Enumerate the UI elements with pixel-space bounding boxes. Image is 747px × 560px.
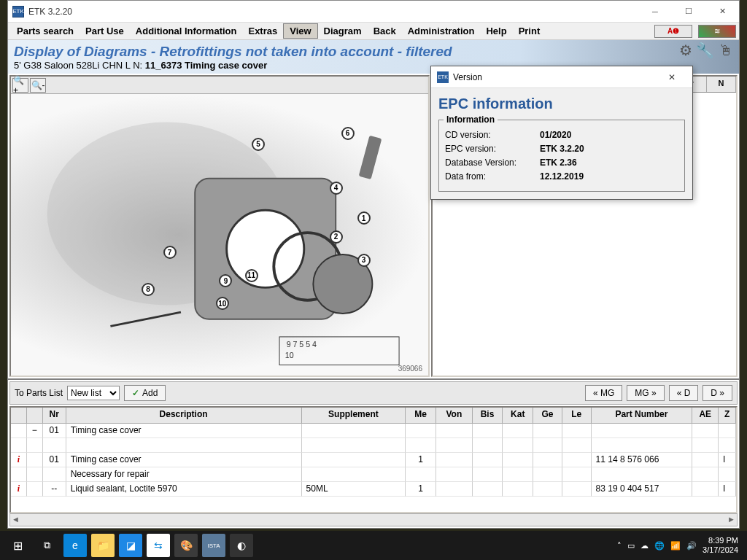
dialog-close-button[interactable]: ✕ [657, 72, 686, 82]
taskbar-app-teamviewer[interactable]: ⇆ [147, 534, 170, 557]
column-header[interactable]: Supplement [302, 408, 406, 424]
menubar: Parts searchPart UseAdditional Informati… [8, 23, 739, 40]
taskbar-app-explorer[interactable]: 📁 [91, 534, 115, 557]
onedrive-icon[interactable]: ☁ [640, 541, 649, 551]
prev-d-button[interactable]: « D [669, 385, 699, 401]
table-row[interactable] [11, 438, 736, 453]
callout-7[interactable]: 7 [163, 246, 177, 259]
menu-diagram[interactable]: Diagram [318, 24, 368, 38]
callout-10[interactable]: 10 [216, 297, 229, 310]
toolbar-button-a[interactable]: A❶ [654, 25, 692, 38]
callout-9[interactable]: 9 [219, 274, 232, 287]
callout-5[interactable]: 5 [252, 138, 265, 151]
zoom-out-button[interactable]: 🔍- [30, 78, 46, 93]
column-header[interactable]: Part Number [592, 408, 693, 424]
system-tray[interactable]: ˄ ▭ ☁ 🌐 📶 🔊 8:39 PM3/17/2024 [617, 536, 744, 555]
clock[interactable]: 8:39 PM3/17/2024 [703, 536, 738, 555]
parts-list-select[interactable]: New list [67, 386, 120, 400]
menu-back[interactable]: Back [368, 24, 402, 38]
close-button[interactable]: ✕ [705, 1, 739, 23]
menu-part-use[interactable]: Part Use [80, 24, 130, 38]
callout-3[interactable]: 3 [357, 254, 371, 267]
info-row: CD version:01/2020 [445, 130, 678, 140]
parts-grid: NrDescriptionSupplementMeVonBisKatGeLePa… [9, 406, 738, 513]
info-icon: i [11, 453, 27, 467]
minimize-button[interactable]: ─ [638, 1, 672, 23]
navigation-bar: To Parts List New list ✓Add « MG MG » « … [9, 381, 738, 405]
column-header[interactable]: Nr [43, 408, 66, 424]
column-header[interactable]: Bis [473, 408, 503, 424]
column-header[interactable]: Me [406, 408, 436, 424]
callout-1[interactable]: 1 [357, 211, 371, 225]
taskbar-app-edge[interactable]: e [63, 534, 87, 557]
wifi-icon[interactable]: 📶 [670, 541, 681, 551]
header-decorations: ⚙ 🔧 🖱 [679, 42, 733, 59]
menu-print[interactable]: Print [513, 24, 546, 38]
add-button[interactable]: ✓Add [124, 385, 166, 401]
table-row[interactable]: Necessary for repair [11, 467, 736, 482]
toolbar-button-flag[interactable]: ≋ [698, 25, 736, 38]
info-row: Database Version:ETK 2.36 [445, 158, 678, 168]
info-row: EPC version:ETK 3.2.20 [445, 144, 678, 154]
column-header[interactable]: Description [66, 408, 302, 424]
menu-view[interactable]: View [283, 23, 317, 39]
dialog-titlebar[interactable]: ETK Version ✕ [431, 66, 692, 88]
callout-8[interactable]: 8 [142, 283, 155, 296]
column-header[interactable]: Kat [503, 408, 533, 424]
titlebar: ETK ETK 3.2.20 ─ ☐ ✕ [8, 1, 739, 23]
column-header[interactable]: Ge [533, 408, 562, 424]
menu-administration[interactable]: Administration [402, 24, 481, 38]
column-header[interactable] [27, 408, 43, 424]
taskbar-app-paint[interactable]: 🎨 [174, 534, 198, 557]
app-icon: ETK [437, 71, 449, 83]
next-d-button[interactable]: D » [703, 385, 732, 401]
callout-6[interactable]: 6 [341, 127, 355, 140]
callout-4[interactable]: 4 [330, 182, 343, 195]
app-icon: ETK [12, 6, 24, 18]
dialog-title: Version [453, 72, 657, 82]
prev-mg-button[interactable]: « MG [585, 385, 622, 401]
taskbar-app-etk[interactable]: ISTA [202, 534, 225, 557]
menu-extras[interactable]: Extras [242, 24, 283, 38]
volume-icon[interactable]: 🔊 [686, 541, 697, 551]
zoom-in-button[interactable]: 🔍+ [12, 78, 28, 93]
menu-additional-information[interactable]: Additional Information [130, 24, 243, 38]
info-icon: i [11, 482, 27, 497]
diagram-image[interactable]: 9 7 5 5 4 10 1234567891011 369066 [11, 94, 428, 376]
column-header[interactable]: Von [436, 408, 473, 424]
window-title: ETK 3.2.20 [28, 7, 638, 17]
zoom-toolbar: 🔍+ 🔍- [11, 77, 428, 94]
tray-icon[interactable]: ▭ [627, 541, 635, 551]
info-row: Data from:12.12.2019 [445, 171, 678, 182]
menu-help[interactable]: Help [480, 24, 512, 38]
maximize-button[interactable]: ☐ [672, 1, 705, 23]
menu-parts-search[interactable]: Parts search [11, 24, 80, 38]
table-row[interactable]: i01Timing case cover111 14 8 576 066I [11, 453, 736, 467]
column-header[interactable]: Z [719, 408, 736, 424]
page-title: Display of Diagrams - Retrofittings not … [14, 44, 733, 60]
next-mg-button[interactable]: MG » [627, 385, 664, 401]
windows-taskbar[interactable]: ⊞ ⧉ e 📁 ◪ ⇆ 🎨 ISTA ◐ ˄ ▭ ☁ 🌐 📶 🔊 8:39 PM… [0, 531, 747, 560]
start-button[interactable]: ⊞ [3, 531, 32, 560]
callout-11[interactable]: 11 [245, 269, 258, 282]
taskbar-app[interactable]: ◐ [230, 534, 253, 557]
network-icon[interactable]: 🌐 [654, 541, 665, 551]
column-n[interactable]: N [707, 77, 736, 92]
column-header[interactable]: Le [562, 408, 592, 424]
task-view-icon[interactable]: ⧉ [32, 531, 61, 560]
version-dialog: ETK Version ✕ EPC information Informatio… [430, 66, 693, 200]
to-parts-list-label: To Parts List [15, 388, 63, 398]
diagram-reference: 369066 [398, 365, 422, 373]
dialog-heading: EPC information [438, 96, 685, 112]
chevron-up-icon[interactable]: ˄ [617, 541, 622, 551]
column-header[interactable]: AE [692, 408, 719, 424]
column-header[interactable] [11, 408, 27, 424]
callout-2[interactable]: 2 [330, 230, 343, 244]
diagram-pane: 🔍+ 🔍- 9 7 [9, 75, 430, 377]
table-row[interactable]: −01Timing case cover [11, 424, 736, 438]
table-row[interactable]: i--Liquid sealant, Loctite 597050ML183 1… [11, 482, 736, 497]
horizontal-scrollbar[interactable] [9, 513, 738, 526]
taskbar-app[interactable]: ◪ [119, 534, 142, 557]
info-group: Information CD version:01/2020EPC versio… [438, 120, 685, 192]
